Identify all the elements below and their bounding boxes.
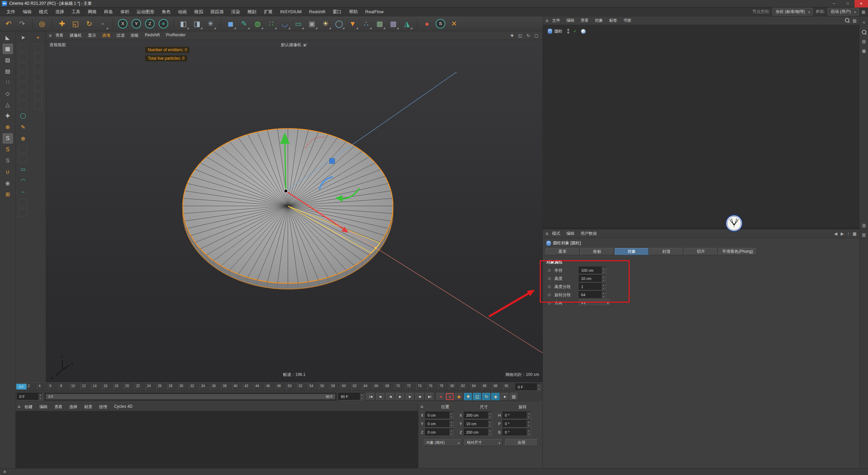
menubar-item[interactable]: 编辑: [19, 7, 35, 16]
viewport-menu-item[interactable]: 查看: [52, 33, 66, 38]
key-position-toggle[interactable]: ✚: [464, 393, 472, 400]
keyframe-selection-button[interactable]: ◉: [455, 393, 463, 400]
play-button[interactable]: ▶: [396, 393, 405, 400]
menubar-item[interactable]: 运动图形: [133, 7, 158, 16]
interface-dropdown[interactable]: 启动 (用户): [828, 8, 859, 16]
node-space-dropdown[interactable]: 当前 (标准/物理): [772, 8, 813, 16]
model-mode-button[interactable]: ▦: [3, 44, 13, 54]
phong-tag-icon[interactable]: [581, 29, 586, 34]
om-filter-icon[interactable]: ▤: [853, 18, 856, 23]
menubar-item[interactable]: 模式: [35, 7, 52, 16]
viewport-canvas[interactable]: YZX 透视视图 默认摄像机 ▣° Number of emitters: 0 …: [46, 40, 542, 382]
rotation-segments-field[interactable]: 64: [579, 291, 606, 299]
size-x-field[interactable]: 200 cm: [464, 412, 492, 419]
previous-key-button[interactable]: ◀·: [376, 393, 385, 400]
add-volume-button[interactable]: ◮: [400, 17, 413, 30]
menubar-item[interactable]: 角色: [158, 7, 174, 16]
attribute-menu-item[interactable]: 编辑: [563, 231, 577, 236]
history-forward-icon[interactable]: ▶: [841, 231, 844, 236]
attribute-tab[interactable]: 坐标: [580, 248, 614, 255]
attribute-menu-item[interactable]: 用户数据: [577, 231, 600, 236]
add-particles-button[interactable]: ∴: [360, 17, 373, 30]
menubar-item[interactable]: 帮助: [345, 7, 361, 16]
object-manager-menu-item[interactable]: 查看: [577, 18, 592, 23]
preview-range-slider[interactable]: 0 F 90 F: [45, 393, 336, 400]
attribute-tab[interactable]: 对象: [615, 248, 649, 255]
preview-range-bar[interactable]: 0 F 90 F: [46, 394, 335, 399]
scale-tool[interactable]: ◱: [69, 17, 82, 30]
layout-grid-icon[interactable]: ▦: [862, 10, 865, 14]
orientation-dropdown[interactable]: +Y: [579, 300, 611, 307]
material-menu-item[interactable]: 查看: [51, 404, 66, 410]
current-frame-field[interactable]: 0 F: [17, 393, 43, 400]
add-grid-array-button[interactable]: ▦: [373, 17, 386, 30]
add-light-button[interactable]: ☀: [319, 17, 332, 30]
stepper-icon[interactable]: [488, 412, 492, 419]
menubar-item[interactable]: 文件: [3, 7, 19, 16]
stepper-icon[interactable]: [536, 384, 541, 391]
texture-mode-button[interactable]: ▨: [3, 55, 13, 65]
attribute-tab[interactable]: 基本: [546, 248, 579, 255]
om-search-icon[interactable]: [845, 18, 849, 23]
object-manager-menu-icon[interactable]: [546, 18, 548, 23]
add-sky-button[interactable]: ◯: [333, 17, 346, 30]
palette-arc-spline[interactable]: ◠: [18, 176, 28, 186]
record-keyframe-button[interactable]: ●: [436, 393, 445, 400]
attribute-menu-icon[interactable]: [546, 231, 548, 236]
add-camera-button[interactable]: ▣: [305, 17, 318, 30]
add-cloner-button[interactable]: ∷: [265, 17, 278, 30]
previous-frame-button[interactable]: ◀: [386, 393, 395, 400]
add-emitter-button[interactable]: ▼: [346, 17, 359, 30]
snap-3d-button[interactable]: S: [3, 145, 13, 155]
collapse-panel-icon[interactable]: «: [861, 19, 867, 26]
viewport-menu-icon[interactable]: [49, 33, 52, 38]
object-manager-menu-item[interactable]: 对象: [592, 18, 606, 23]
material-menu-item[interactable]: 创建: [21, 404, 36, 410]
menubar-item[interactable]: 动画: [174, 7, 191, 16]
menubar-item[interactable]: INSYDIUM: [276, 7, 305, 16]
object-row[interactable]: 圆柱✓: [548, 27, 859, 35]
add-floor-button[interactable]: ▭: [292, 17, 305, 30]
coordinate-mode-dropdown[interactable]: 对象 (相对): [424, 439, 462, 446]
render-settings-button[interactable]: ✳: [204, 17, 217, 30]
viewport-solo-button[interactable]: ◉: [3, 178, 13, 188]
add-cube-button[interactable]: ◼: [224, 17, 237, 30]
search-icon[interactable]: [861, 28, 867, 35]
magnet-snap-button[interactable]: ∪: [3, 167, 13, 177]
key-parameter-toggle[interactable]: ◈: [491, 393, 500, 400]
end-frame-field[interactable]: 90 F: [338, 393, 364, 400]
lock-y-axis-button[interactable]: Y: [130, 17, 143, 30]
animation-dot-icon[interactable]: ⊙: [548, 284, 552, 289]
material-list-area[interactable]: [16, 411, 418, 468]
position-y-field[interactable]: 0 cm: [425, 420, 454, 428]
viewport-menu-item[interactable]: 面板: [127, 33, 142, 38]
timeline-ruler[interactable]: 0 F 024681012141618202224262830323436384…: [16, 383, 542, 391]
size-z-field[interactable]: 200 cm: [464, 429, 492, 436]
menubar-item[interactable]: 跟踪器: [207, 7, 228, 16]
animation-dot-icon[interactable]: ⊙: [548, 276, 552, 281]
menubar-item[interactable]: 模拟: [191, 7, 207, 16]
stepper-icon[interactable]: [449, 429, 453, 436]
menubar-item[interactable]: 雕刻: [244, 7, 260, 16]
close-button[interactable]: ✕: [854, 0, 868, 7]
add-palette-button[interactable]: +: [33, 33, 43, 43]
viewport-menu-item[interactable]: ProRender: [163, 33, 189, 38]
goto-end-button[interactable]: ▶|: [425, 393, 434, 400]
last-used-tool[interactable]: ◦: [96, 17, 109, 30]
viewport-menu-item[interactable]: 摄像机: [66, 33, 85, 38]
range-start-handle[interactable]: 0 F: [48, 395, 53, 399]
redo-button[interactable]: ↷: [16, 17, 28, 30]
lock-x-axis-button[interactable]: X: [116, 17, 129, 30]
undo-button[interactable]: ↶: [2, 17, 15, 30]
stepper-icon[interactable]: [359, 393, 364, 400]
palette-circle-spline[interactable]: ◯: [18, 111, 28, 121]
minimize-button[interactable]: ─: [827, 0, 841, 7]
attribute-tab[interactable]: 平滑着色(Phong): [718, 248, 757, 255]
rotation-b-field[interactable]: 0 °: [502, 429, 531, 436]
object-manager-menu-item[interactable]: 编辑: [563, 18, 577, 23]
quantize-button[interactable]: S: [3, 156, 13, 166]
move-tool[interactable]: ✚: [56, 17, 68, 30]
maximize-button[interactable]: □: [841, 0, 854, 7]
tweak-mode-button[interactable]: ✚: [3, 111, 13, 121]
object-enabled-check[interactable]: ✓: [573, 29, 577, 34]
